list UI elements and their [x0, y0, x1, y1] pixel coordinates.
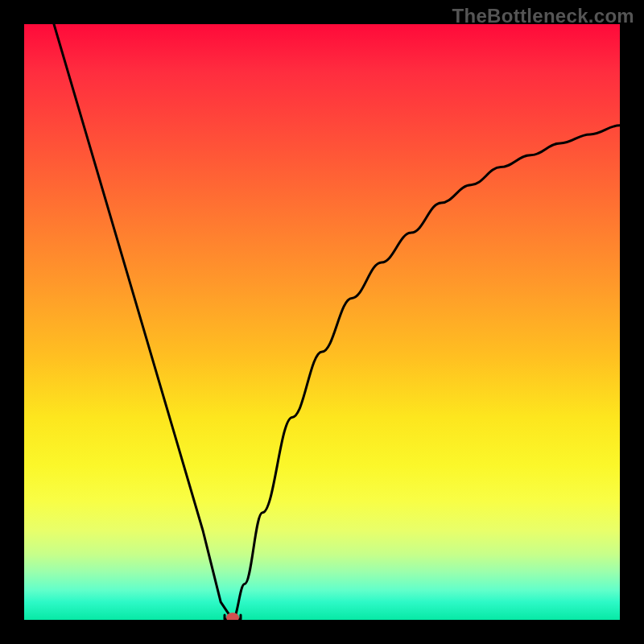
- marker-svg: [24, 24, 620, 620]
- minimum-marker: [226, 613, 239, 620]
- watermark-text: TheBottleneck.com: [452, 5, 634, 27]
- chart-frame: TheBottleneck.com: [0, 0, 644, 644]
